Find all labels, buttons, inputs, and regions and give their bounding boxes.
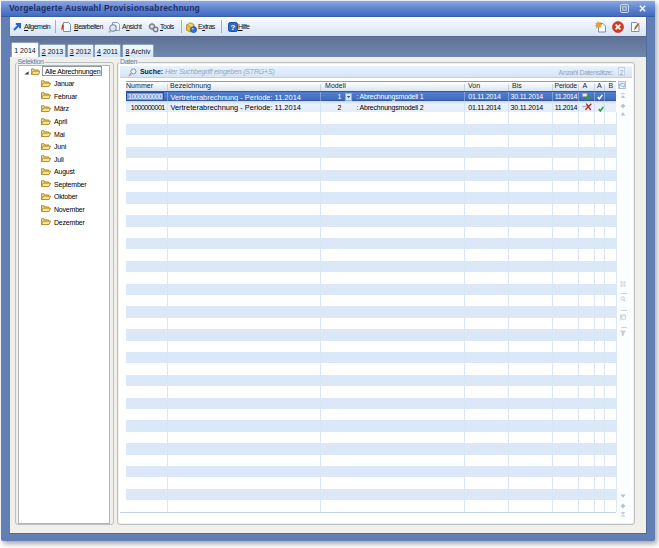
svg-text:?: ? [230,22,235,31]
